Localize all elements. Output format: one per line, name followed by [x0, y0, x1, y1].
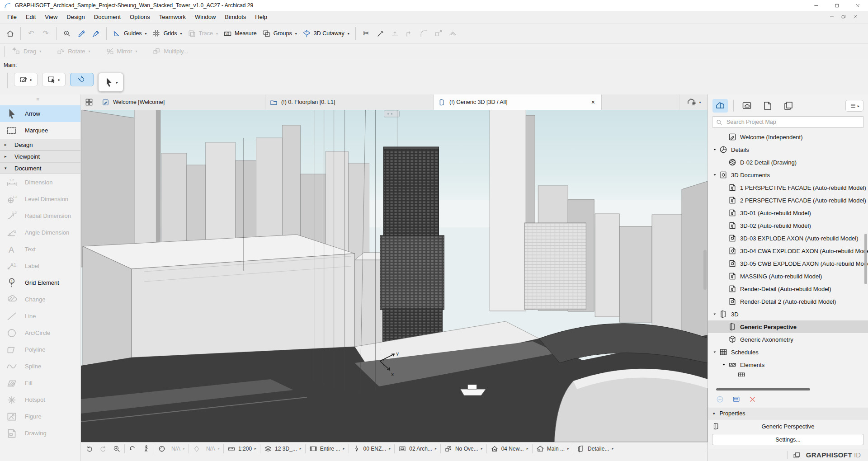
- toolbar-intersect-button[interactable]: [388, 26, 402, 41]
- tree-item-3d-05-cwb-explode-axon-auto-rebuild-model[interactable]: 3D-05 CWB EXPLODE AXON (Auto-rebuild Mod…: [708, 257, 868, 270]
- toolbar-3d-cutaway-button[interactable]: 3D Cutaway▾: [300, 26, 352, 41]
- toolbox-tool-radial-dimension[interactable]: 1.2Radial Dimension: [0, 207, 80, 224]
- tree-item-3d[interactable]: 3D: [708, 308, 868, 320]
- minimize-button[interactable]: [806, 0, 826, 11]
- tree-horizontal-scrollbar[interactable]: [716, 388, 810, 390]
- toolbox-tool-figure[interactable]: Figure: [0, 408, 80, 425]
- tree-vertical-scrollbar[interactable]: [864, 234, 867, 284]
- toolbar-roof-button[interactable]: [446, 26, 460, 41]
- tree-item-massing-auto-rebuild-model[interactable]: MASSING (Auto-rebuild Model): [708, 270, 868, 282]
- toolbox-tool-drawing[interactable]: Drawing: [0, 425, 80, 442]
- chevron-down-icon[interactable]: [711, 349, 719, 355]
- statusbar-nav-back[interactable]: [83, 443, 96, 454]
- statusbar-00-enz[interactable]: 00 ENZ...▸: [350, 443, 394, 454]
- toolbar-multiply-button[interactable]: Multiply...: [148, 44, 193, 59]
- tree-item-d-02-detail-drawing[interactable]: D-02 Detail (Drawing): [708, 156, 868, 169]
- navigator-view-map-button[interactable]: [739, 99, 755, 113]
- tree-item-3d-documents[interactable]: 3D Documents: [708, 169, 868, 181]
- statusbar-main[interactable]: Main ...▸: [533, 443, 572, 454]
- menu-teamwork[interactable]: Teamwork: [155, 11, 190, 23]
- quicktool-marquee-cursor-button[interactable]: ▸: [42, 73, 66, 86]
- chevron-down-icon[interactable]: [720, 362, 728, 367]
- quad-view-button[interactable]: [81, 94, 97, 110]
- menu-file[interactable]: File: [3, 11, 21, 23]
- delete-x-button[interactable]: [748, 395, 757, 405]
- tab-welcome-welcome[interactable]: Welcome [Welcome]: [97, 94, 265, 110]
- navigator-publisher-sets-button[interactable]: [781, 99, 796, 113]
- toolbox-tool-fill[interactable]: Fill: [0, 375, 80, 391]
- statusbar-no-ove[interactable]: No Ove...▸: [442, 443, 486, 454]
- toolbar-trace-button[interactable]: Trace▾: [185, 26, 221, 41]
- menu-edit[interactable]: Edit: [21, 11, 40, 23]
- toolbox-tool-angle-dimension[interactable]: αAngle Dimension: [0, 224, 80, 241]
- tree-item-welcome-independent[interactable]: Welcome (Independent): [708, 131, 868, 143]
- menu-design[interactable]: Design: [62, 11, 89, 23]
- menu-bimdots[interactable]: Bimdots: [220, 11, 250, 23]
- quicktool-cursor-button[interactable]: ▸: [98, 73, 123, 92]
- toolbox-tool-marquee[interactable]: Marquee: [0, 122, 80, 139]
- close-icon[interactable]: ×: [590, 99, 597, 106]
- chevron-down-icon[interactable]: [711, 172, 719, 178]
- tree-item-details[interactable]: Details: [708, 143, 868, 156]
- statusbar-02-arch[interactable]: 02 Arch...▸: [396, 443, 439, 454]
- navigator-layout-book-button[interactable]: [760, 99, 775, 113]
- document-minimize-button[interactable]: [829, 13, 835, 21]
- statusbar-marker[interactable]: [190, 443, 203, 454]
- tree-item-3d-02-auto-rebuild-model[interactable]: 3D-02 (Auto-rebuild Model): [708, 219, 868, 232]
- statusbar-orbit[interactable]: [126, 443, 139, 454]
- plus-circle-button[interactable]: [716, 395, 724, 405]
- statusbar-1-200[interactable]: 1:200▸: [225, 443, 259, 454]
- chevron-down-icon[interactable]: [711, 311, 719, 317]
- toolbar-fillet-button[interactable]: [417, 26, 431, 41]
- 3d-viewport[interactable]: y x: [81, 110, 708, 442]
- statusbar-04-new[interactable]: 04 New...▸: [488, 443, 531, 454]
- toolbox-tool-hotspot[interactable]: Hotspot: [0, 391, 80, 408]
- statusbar-12-3d[interactable]: 12 3D_...▸: [261, 443, 304, 454]
- toolbar-stretch-button[interactable]: [431, 26, 446, 41]
- toolbar-split-button[interactable]: ✂: [359, 26, 373, 41]
- toolbox-tool-arrow[interactable]: Arrow: [0, 105, 80, 122]
- toolbar-adjust-button[interactable]: [373, 26, 388, 41]
- tree-item-1-perspective-facade-auto-rebuild-model[interactable]: 1 PERSPECTIVE FACADE (Auto-rebuild Model…: [708, 181, 868, 194]
- tab-0-floorplan-0-l1[interactable]: (!) 0. Floorplan [0. L1]: [265, 94, 434, 110]
- toolbox-section-design[interactable]: ▸Design: [0, 139, 80, 151]
- toolbar-groups-button[interactable]: Groups▾: [259, 26, 300, 41]
- tree-item-2-perspective-facade-auto-rebuild-model[interactable]: 2 PERSPECTIVE FACADE (Auto-rebuild Model…: [708, 194, 868, 207]
- statusbar-zoom-in[interactable]: [110, 443, 123, 454]
- toolbar-drag-button[interactable]: Drag▾: [8, 44, 46, 59]
- toolbox-drag-handle[interactable]: ≡: [0, 94, 80, 105]
- tree-item-generic-perspective[interactable]: Generic Perspective: [708, 320, 868, 333]
- toolbar-mirror-button[interactable]: Mirror▾: [101, 44, 142, 59]
- toolbox-tool-polyline[interactable]: Polyline: [0, 341, 80, 358]
- toolbar-home-button[interactable]: [3, 26, 17, 41]
- toolbox-tool-grid-element[interactable]: 1Grid Element: [0, 274, 80, 291]
- menu-document[interactable]: Document: [90, 11, 125, 23]
- menu-options[interactable]: Options: [125, 11, 155, 23]
- toolbar-guides-button[interactable]: Guides▾: [110, 26, 150, 41]
- toolbox-tool-arc-circle[interactable]: Arc/Circle: [0, 325, 80, 341]
- statusbar-walk[interactable]: [139, 443, 153, 454]
- toolbar-measure-button[interactable]: 12Measure: [221, 26, 259, 41]
- tree-item-partial[interactable]: [708, 371, 868, 376]
- quicktool-magnet-button[interactable]: [70, 73, 94, 86]
- toolbar-rotate-button[interactable]: Rotate▾: [52, 44, 94, 59]
- toolbox-tool-level-dimension[interactable]: 1.2Level Dimension: [0, 191, 80, 207]
- document-close-button[interactable]: [853, 13, 858, 21]
- navigator-menu-button[interactable]: ▸: [845, 100, 863, 112]
- statusbar-nav-forward[interactable]: [96, 443, 110, 454]
- organize-views-button[interactable]: ▾: [679, 94, 708, 110]
- search-input[interactable]: [726, 118, 860, 126]
- tree-item-3d-01-auto-rebuild-model[interactable]: 3D-01 (Auto-rebuild Model): [708, 207, 868, 219]
- toolbar-undo-button[interactable]: ↶: [24, 26, 38, 41]
- tree-item-3d-03-explode-axon-auto-rebuild-model[interactable]: 3D-03 EXPLODE AXON (Auto-rebuild Model): [708, 232, 868, 245]
- tree-item-3d-04-cwa-explode-axon-auto-rebuild-model[interactable]: 3D-04 CWA EXPLODE AXON (Auto-rebuild Mod…: [708, 245, 868, 257]
- viewport-scrollbar[interactable]: [703, 250, 707, 290]
- chevron-down-icon[interactable]: [711, 147, 719, 152]
- tree-item-generic-axonometry[interactable]: Generic Axonometry: [708, 333, 868, 346]
- quicktool-marquee-pen-button[interactable]: ▸: [14, 73, 38, 86]
- menu-view[interactable]: View: [40, 11, 62, 23]
- toolbox-tool-spline[interactable]: Spline: [0, 358, 80, 375]
- toolbox-tool-change[interactable]: Change: [0, 291, 80, 308]
- menu-window[interactable]: Window: [190, 11, 220, 23]
- toolbox-tool-text[interactable]: AText: [0, 241, 80, 258]
